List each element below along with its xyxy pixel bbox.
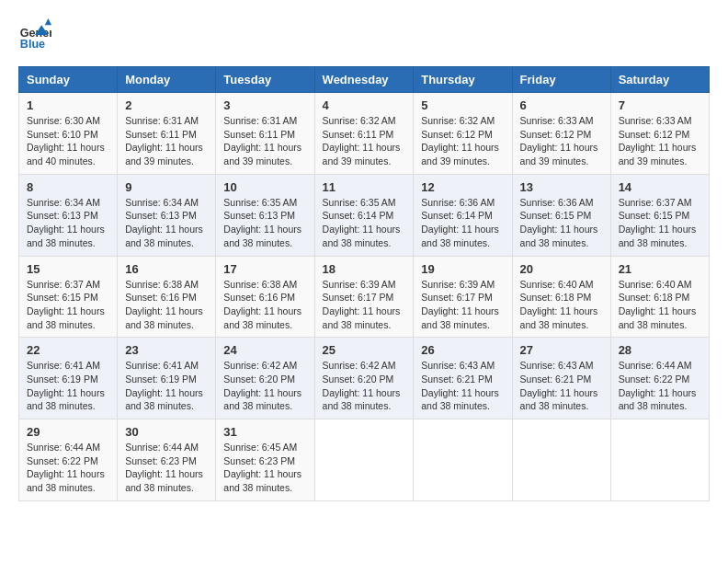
- calendar-cell: 29Sunrise: 6:44 AMSunset: 6:22 PMDayligh…: [19, 419, 118, 501]
- day-info: Sunrise: 6:40 AMSunset: 6:18 PMDaylight:…: [619, 279, 697, 330]
- calendar-week-4: 22Sunrise: 6:41 AMSunset: 6:19 PMDayligh…: [19, 338, 710, 419]
- day-number: 14: [619, 180, 701, 194]
- day-info: Sunrise: 6:35 AMSunset: 6:14 PMDaylight:…: [323, 197, 401, 248]
- day-info: Sunrise: 6:43 AMSunset: 6:21 PMDaylight:…: [421, 360, 499, 411]
- day-info: Sunrise: 6:44 AMSunset: 6:23 PMDaylight:…: [125, 442, 203, 493]
- calendar-cell: [314, 419, 414, 501]
- calendar-cell: 16Sunrise: 6:38 AMSunset: 6:16 PMDayligh…: [118, 256, 216, 338]
- day-info: Sunrise: 6:41 AMSunset: 6:19 PMDaylight:…: [27, 360, 105, 411]
- day-info: Sunrise: 6:37 AMSunset: 6:15 PMDaylight:…: [619, 197, 697, 248]
- day-number: 27: [520, 343, 603, 357]
- calendar-cell: 14Sunrise: 6:37 AMSunset: 6:15 PMDayligh…: [610, 174, 709, 256]
- day-info: Sunrise: 6:41 AMSunset: 6:19 PMDaylight:…: [125, 360, 203, 411]
- calendar-table: SundayMondayTuesdayWednesdayThursdayFrid…: [18, 66, 710, 501]
- calendar-cell: 27Sunrise: 6:43 AMSunset: 6:21 PMDayligh…: [512, 338, 610, 419]
- calendar-header-friday: Friday: [512, 67, 610, 93]
- day-number: 28: [619, 343, 701, 357]
- day-number: 25: [323, 343, 406, 357]
- day-number: 30: [125, 425, 208, 439]
- calendar-cell: 1Sunrise: 6:30 AMSunset: 6:10 PMDaylight…: [19, 93, 118, 175]
- day-info: Sunrise: 6:43 AMSunset: 6:21 PMDaylight:…: [520, 360, 598, 411]
- calendar-cell: 21Sunrise: 6:40 AMSunset: 6:18 PMDayligh…: [610, 256, 709, 338]
- calendar-header-sunday: Sunday: [19, 67, 118, 93]
- calendar-cell: 6Sunrise: 6:33 AMSunset: 6:12 PMDaylight…: [512, 93, 610, 175]
- calendar-header-thursday: Thursday: [414, 67, 512, 93]
- calendar-cell: 20Sunrise: 6:40 AMSunset: 6:18 PMDayligh…: [512, 256, 610, 338]
- day-info: Sunrise: 6:38 AMSunset: 6:16 PMDaylight:…: [125, 279, 203, 330]
- calendar-week-2: 8Sunrise: 6:34 AMSunset: 6:13 PMDaylight…: [19, 174, 710, 256]
- day-number: 2: [125, 98, 208, 112]
- calendar-cell: 18Sunrise: 6:39 AMSunset: 6:17 PMDayligh…: [314, 256, 414, 338]
- calendar-cell: 2Sunrise: 6:31 AMSunset: 6:11 PMDaylight…: [118, 93, 216, 175]
- day-number: 18: [323, 262, 406, 276]
- calendar-cell: 3Sunrise: 6:31 AMSunset: 6:11 PMDaylight…: [216, 93, 314, 175]
- calendar-cell: 4Sunrise: 6:32 AMSunset: 6:11 PMDaylight…: [314, 93, 414, 175]
- day-info: Sunrise: 6:30 AMSunset: 6:10 PMDaylight:…: [27, 115, 105, 167]
- day-number: 13: [520, 180, 603, 194]
- day-number: 21: [619, 262, 701, 276]
- calendar-cell: 8Sunrise: 6:34 AMSunset: 6:13 PMDaylight…: [19, 174, 118, 256]
- day-info: Sunrise: 6:39 AMSunset: 6:17 PMDaylight:…: [323, 279, 401, 330]
- calendar-header-row: SundayMondayTuesdayWednesdayThursdayFrid…: [19, 67, 710, 93]
- day-info: Sunrise: 6:31 AMSunset: 6:11 PMDaylight:…: [223, 115, 301, 167]
- page-header: General Blue: [18, 18, 710, 52]
- day-info: Sunrise: 6:39 AMSunset: 6:17 PMDaylight:…: [421, 279, 499, 330]
- svg-marker-2: [45, 18, 51, 25]
- day-info: Sunrise: 6:38 AMSunset: 6:16 PMDaylight:…: [223, 279, 301, 330]
- day-number: 7: [619, 98, 701, 112]
- day-info: Sunrise: 6:42 AMSunset: 6:20 PMDaylight:…: [223, 360, 301, 411]
- calendar-cell: 7Sunrise: 6:33 AMSunset: 6:12 PMDaylight…: [610, 93, 709, 175]
- calendar-cell: 12Sunrise: 6:36 AMSunset: 6:14 PMDayligh…: [414, 174, 512, 256]
- day-info: Sunrise: 6:32 AMSunset: 6:11 PMDaylight:…: [323, 115, 401, 167]
- calendar-header-tuesday: Tuesday: [216, 67, 314, 93]
- day-number: 15: [27, 262, 109, 276]
- day-number: 19: [421, 262, 504, 276]
- calendar-cell: 19Sunrise: 6:39 AMSunset: 6:17 PMDayligh…: [414, 256, 512, 338]
- calendar-cell: 22Sunrise: 6:41 AMSunset: 6:19 PMDayligh…: [19, 338, 118, 419]
- day-info: Sunrise: 6:31 AMSunset: 6:11 PMDaylight:…: [125, 115, 203, 167]
- day-number: 3: [223, 98, 306, 112]
- day-info: Sunrise: 6:42 AMSunset: 6:20 PMDaylight:…: [323, 360, 401, 411]
- day-number: 4: [323, 98, 406, 112]
- day-number: 10: [223, 180, 306, 194]
- day-info: Sunrise: 6:45 AMSunset: 6:23 PMDaylight:…: [223, 442, 301, 493]
- calendar-cell: 23Sunrise: 6:41 AMSunset: 6:19 PMDayligh…: [118, 338, 216, 419]
- calendar-cell: 13Sunrise: 6:36 AMSunset: 6:15 PMDayligh…: [512, 174, 610, 256]
- day-info: Sunrise: 6:33 AMSunset: 6:12 PMDaylight:…: [619, 115, 697, 167]
- calendar-cell: 31Sunrise: 6:45 AMSunset: 6:23 PMDayligh…: [216, 419, 314, 501]
- calendar-cell: 5Sunrise: 6:32 AMSunset: 6:12 PMDaylight…: [414, 93, 512, 175]
- day-number: 29: [27, 425, 109, 439]
- day-number: 24: [223, 343, 306, 357]
- day-number: 26: [421, 343, 504, 357]
- day-info: Sunrise: 6:32 AMSunset: 6:12 PMDaylight:…: [421, 115, 499, 167]
- day-number: 11: [323, 180, 406, 194]
- day-number: 16: [125, 262, 208, 276]
- day-info: Sunrise: 6:37 AMSunset: 6:15 PMDaylight:…: [27, 279, 105, 330]
- calendar-cell: 28Sunrise: 6:44 AMSunset: 6:22 PMDayligh…: [610, 338, 709, 419]
- svg-text:Blue: Blue: [20, 38, 45, 51]
- calendar-header-saturday: Saturday: [610, 67, 709, 93]
- calendar-cell: [414, 419, 512, 501]
- calendar-week-5: 29Sunrise: 6:44 AMSunset: 6:22 PMDayligh…: [19, 419, 710, 501]
- calendar-cell: 25Sunrise: 6:42 AMSunset: 6:20 PMDayligh…: [314, 338, 414, 419]
- logo: General Blue: [18, 18, 57, 52]
- day-info: Sunrise: 6:44 AMSunset: 6:22 PMDaylight:…: [619, 360, 697, 411]
- calendar-cell: [610, 419, 709, 501]
- day-info: Sunrise: 6:36 AMSunset: 6:14 PMDaylight:…: [421, 197, 499, 248]
- day-info: Sunrise: 6:36 AMSunset: 6:15 PMDaylight:…: [520, 197, 598, 248]
- calendar-week-1: 1Sunrise: 6:30 AMSunset: 6:10 PMDaylight…: [19, 93, 710, 175]
- day-number: 5: [421, 98, 504, 112]
- day-number: 20: [520, 262, 603, 276]
- day-info: Sunrise: 6:40 AMSunset: 6:18 PMDaylight:…: [520, 279, 598, 330]
- day-number: 23: [125, 343, 208, 357]
- calendar-cell: 26Sunrise: 6:43 AMSunset: 6:21 PMDayligh…: [414, 338, 512, 419]
- calendar-cell: 11Sunrise: 6:35 AMSunset: 6:14 PMDayligh…: [314, 174, 414, 256]
- calendar-cell: 24Sunrise: 6:42 AMSunset: 6:20 PMDayligh…: [216, 338, 314, 419]
- calendar-cell: 30Sunrise: 6:44 AMSunset: 6:23 PMDayligh…: [118, 419, 216, 501]
- logo-icon: General Blue: [18, 18, 51, 52]
- day-number: 1: [27, 98, 109, 112]
- calendar-cell: 17Sunrise: 6:38 AMSunset: 6:16 PMDayligh…: [216, 256, 314, 338]
- calendar-cell: [512, 419, 610, 501]
- day-number: 8: [27, 180, 109, 194]
- calendar-header-wednesday: Wednesday: [314, 67, 414, 93]
